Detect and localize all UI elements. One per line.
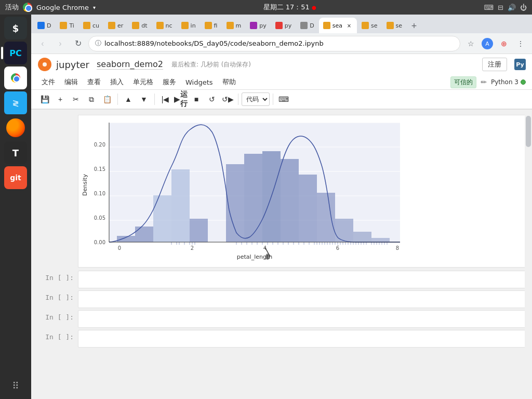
tab-in[interactable]: in (177, 18, 200, 33)
tab-D2[interactable]: D (296, 18, 318, 33)
svg-rect-75 (335, 219, 353, 242)
tab-D2-label: D (310, 22, 314, 29)
menu-cell[interactable]: 单元格 (129, 76, 157, 88)
toolbar-sep-2 (154, 94, 155, 105)
browser-toolbar: ‹ › ↻ ⓘ localhost:8889/notebooks/DS_day0… (31, 33, 532, 54)
cell-type-select[interactable]: 代码 (242, 92, 270, 106)
network-icon[interactable]: ⊟ (498, 4, 503, 11)
cell-input-3[interactable] (78, 310, 527, 328)
tab-py1-label: py (259, 22, 267, 29)
notebook-filename[interactable]: seaborn_demo2 (97, 59, 163, 70)
run-prev-button[interactable]: |◀ (158, 92, 172, 107)
svg-text:0: 0 (118, 245, 121, 251)
menu-view[interactable]: 查看 (83, 76, 105, 88)
tab-py2-icon (275, 22, 283, 29)
tab-D2-icon (300, 22, 308, 29)
svg-point-1 (43, 59, 46, 62)
dock-vscode[interactable]: ≷ (4, 91, 27, 114)
seaborn-plot: 0.00 0.05 0.10 0.15 0.20 0 2 4 6 8 (81, 117, 413, 263)
output-cell-row: 0.00 0.05 0.10 0.15 0.20 0 2 4 6 8 (31, 115, 532, 268)
edit-pencil[interactable]: ✏ (481, 78, 487, 86)
menu-help[interactable]: 帮助 (218, 76, 240, 88)
tab-D[interactable]: D (33, 18, 55, 33)
run-button[interactable]: ▶ 运行 (174, 92, 188, 107)
datetime-label: 星期二 17：51 (263, 3, 310, 11)
restart-run-button[interactable]: ↺▶ (220, 92, 235, 107)
scrollbar-thumb[interactable] (526, 116, 531, 147)
dock-git[interactable]: git (4, 166, 27, 189)
jupyter-toolbar: 💾 + ✂ ⧉ 📋 ▲ ▼ |◀ ▶ 运行 ■ ↺ ↺▶ 代码 (31, 90, 532, 109)
tab-Ti[interactable]: Ti (56, 18, 78, 33)
python-logo: Py (514, 59, 526, 70)
menu-insert[interactable]: 插入 (106, 76, 128, 88)
svg-text:0.10: 0.10 (94, 191, 105, 196)
interrupt-button[interactable]: ■ (189, 92, 204, 107)
save-button[interactable]: 💾 (37, 92, 52, 107)
menu-edit[interactable]: 编辑 (60, 76, 82, 88)
tab-close-active[interactable]: × (345, 22, 353, 29)
forward-button[interactable]: › (53, 36, 68, 51)
jupyter-header: jupyter seaborn_demo2 最后检查: 几秒前 (自动保存) 注… (31, 54, 532, 110)
dock-pycharm[interactable]: PC (4, 42, 27, 64)
run-label: 运行 (180, 90, 188, 109)
tab-se2[interactable]: se (382, 18, 407, 33)
cell-input-2[interactable] (78, 290, 527, 308)
app-menu-arrow[interactable]: ▾ (93, 5, 96, 10)
tab-sea-icon (323, 22, 330, 29)
tab-seaborn-active[interactable]: sea × (319, 18, 357, 33)
register-button[interactable]: 注册 (482, 58, 507, 71)
dock-typora[interactable]: T (4, 141, 27, 164)
tab-py2-label: py (285, 22, 292, 29)
address-bar[interactable]: ⓘ localhost:8889/notebooks/DS_day05/code… (88, 36, 460, 51)
svg-text:2: 2 (191, 245, 194, 251)
add-cell-button[interactable]: + (53, 92, 68, 107)
menu-button[interactable]: ⋮ (513, 36, 528, 51)
activities-btn[interactable]: 活动 (5, 3, 19, 12)
back-button[interactable]: ‹ (35, 36, 50, 51)
cell-input-1[interactable] (78, 271, 527, 288)
dock-terminal[interactable]: $ (4, 17, 27, 39)
bookmark-button[interactable]: ☆ (463, 36, 478, 51)
keyboard-shortcut-button[interactable]: ⌨ (276, 92, 291, 107)
tab-Ti-label: Ti (69, 22, 74, 29)
move-up-button[interactable]: ▲ (121, 92, 136, 107)
tab-se2-label: se (396, 22, 403, 29)
dock-firefox[interactable] (4, 116, 27, 139)
tab-bar: D Ti cu er dt nc (31, 15, 532, 33)
tab-nc[interactable]: nc (152, 18, 177, 33)
dock-chrome[interactable] (4, 66, 27, 89)
tab-fi-label: fi (214, 22, 218, 29)
tab-er[interactable]: er (104, 18, 127, 33)
cell-input-4[interactable] (78, 330, 527, 348)
trusted-badge: 可信的 (450, 76, 476, 88)
tab-dt[interactable]: dt (128, 18, 151, 33)
toolbar-sep-1 (117, 94, 118, 105)
menu-file[interactable]: 文件 (37, 76, 59, 88)
paste-button[interactable]: 📋 (100, 92, 114, 107)
tab-m[interactable]: m (222, 18, 246, 33)
profile-button[interactable]: A (480, 36, 495, 51)
tab-cu[interactable]: cu (79, 18, 103, 33)
dock-grid[interactable]: ⠿ (4, 374, 27, 397)
cut-button[interactable]: ✂ (69, 92, 83, 107)
reload-button[interactable]: ↻ (71, 36, 85, 51)
move-down-button[interactable]: ▼ (137, 92, 151, 107)
tab-se1-icon (362, 22, 369, 29)
svg-point-5 (43, 62, 47, 66)
tab-py2[interactable]: py (271, 18, 296, 33)
empty-cell-4: In [ ]: (31, 330, 532, 348)
menu-widgets[interactable]: Widgets (181, 77, 217, 88)
tab-fi[interactable]: fi (201, 18, 222, 33)
tab-py1[interactable]: py (246, 18, 271, 33)
tab-se1[interactable]: se (357, 18, 382, 33)
power-icon[interactable]: ⏻ (520, 4, 527, 11)
audio-icon[interactable]: 🔊 (508, 4, 516, 11)
copy-button[interactable]: ⧉ (84, 92, 99, 107)
restart-button[interactable]: ↺ (205, 92, 219, 107)
new-tab-button[interactable]: + (407, 19, 421, 33)
keyboard-icon[interactable]: ⌨ (484, 4, 494, 11)
tab-dt-label: dt (141, 22, 147, 29)
jupyter-menubar: 文件 编辑 查看 插入 单元格 服务 Widgets 帮助 可信的 ✏ Pyth… (31, 75, 532, 90)
extensions-button[interactable]: ⊕ (497, 36, 511, 51)
menu-kernel[interactable]: 服务 (158, 76, 180, 88)
